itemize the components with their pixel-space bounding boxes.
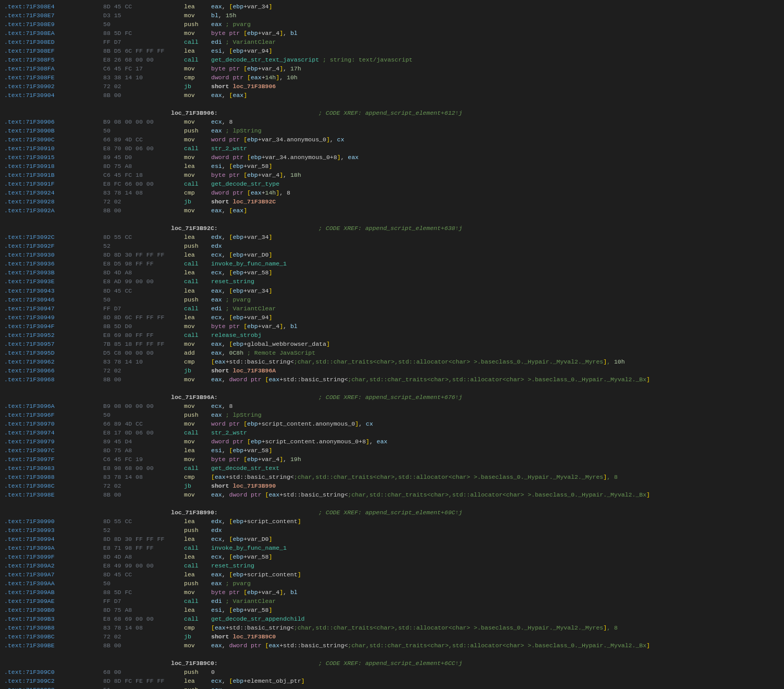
- assembly-line: .text:71F3090272 02jbshort loc_71F3B906: [0, 82, 784, 91]
- assembly-line: .text:71F308FAC6 45 FC 17movbyte ptr [eb…: [0, 64, 784, 73]
- assembly-line: .text:71F309048B 00moveax, [eax]: [0, 91, 784, 100]
- assembly-line: .text:71F3090B50pusheax ; lpString: [0, 126, 784, 135]
- assembly-line: .text:71F3091589 45 D0movdword ptr [ebp+…: [0, 153, 784, 162]
- assembly-line: .text:71F30906B9 08 00 00 00movecx, 8: [0, 117, 784, 126]
- disassembly-view: .text:71F308E48D 45 CCleaeax, [ebp+var_3…: [0, 0, 784, 689]
- assembly-line: .text:71F30952E8 69 80 FF FFcallrelease_…: [0, 331, 784, 340]
- assembly-line: .text:71F30936E8 D5 98 FF FFcallinvoke_b…: [0, 259, 784, 268]
- assembly-line: .text:71F3092F52pushedx: [0, 241, 784, 250]
- assembly-line: .text:71F3095DD5 C8 00 00 00addeax, 0C8h…: [0, 348, 784, 357]
- assembly-line: .text:71F3096F50pusheax ; lpString: [0, 410, 784, 419]
- assembly-line: .text:71F3097C8D 75 A8leaesi, [ebp+var_5…: [0, 446, 784, 455]
- assembly-line: .text:71F3091FE8 FC 66 00 00callget_deco…: [0, 179, 784, 188]
- assembly-line: [0, 650, 784, 659]
- assembly-line: .text:71F308E7D3 15movbl, 15h: [0, 11, 784, 20]
- assembly-line: .text:71F309498D 8D 6C FF FF FFleaecx, […: [0, 313, 784, 322]
- assembly-line: .text:71F3093B8D 4D A8leaecx, [ebp+var_5…: [0, 268, 784, 277]
- assembly-line: .text:71F3098C72 02jbshort loc_71F3B990: [0, 481, 784, 490]
- assembly-line: .text:71F309B08D 75 A8leaesi, [ebp+var_5…: [0, 606, 784, 614]
- code-listing: .text:71F308E48D 45 CCleaeax, [ebp+var_3…: [0, 2, 784, 689]
- assembly-line: .text:71F30974E8 17 0D 06 00callstr_2_ws…: [0, 428, 784, 437]
- assembly-line: .text:71F309B3E8 68 69 00 00callget_deco…: [0, 614, 784, 623]
- assembly-line: .text:71F309B883 78 14 08cmp[eax+std::ba…: [0, 623, 784, 632]
- assembly-line: .text:71F30983E8 98 68 00 00callget_deco…: [0, 464, 784, 473]
- assembly-line: .text:71F3099352pushedx: [0, 526, 784, 535]
- assembly-line: [0, 499, 784, 508]
- assembly-line: .text:71F309188D 75 A8leaesi, [ebp+var_5…: [0, 162, 784, 171]
- assembly-line: .text:71F309C068 00push0: [0, 668, 784, 676]
- assembly-line: .text:71F308F5E8 26 68 00 00callget_deco…: [0, 55, 784, 64]
- assembly-line: .text:71F3091BC6 45 FC 18movbyte ptr [eb…: [0, 171, 784, 179]
- assembly-line: .text:71F308E48D 45 CCleaeax, [ebp+var_3…: [0, 2, 784, 11]
- assembly-line: .text:71F309308D 8D 30 FF FF FFleaecx, […: [0, 250, 784, 259]
- assembly-line: loc_71F3B92C: ; CODE XREF: append_script…: [0, 224, 784, 233]
- assembly-line: .text:71F3093EE8 AD 99 00 00callreset_st…: [0, 277, 784, 286]
- assembly-line: .text:71F3096283 78 14 10cmp[eax+std::ba…: [0, 357, 784, 366]
- assembly-line: .text:71F308EF8B D5 6C FF FF FFleaesi, […: [0, 46, 784, 55]
- assembly-line: .text:71F30910E8 70 0D 06 00callstr_2_ws…: [0, 144, 784, 153]
- assembly-line: .text:71F309A2E8 49 99 00 00callreset_st…: [0, 561, 784, 570]
- assembly-line: loc_71F3B9C0: ; CODE XREF: append_script…: [0, 659, 784, 668]
- assembly-line: .text:71F3090C66 89 4D CCmovword ptr [eb…: [0, 135, 784, 144]
- assembly-line: .text:71F3092483 78 14 08cmpdword ptr [e…: [0, 188, 784, 197]
- assembly-line: loc_71F3B96A: ; CODE XREF: append_script…: [0, 393, 784, 402]
- assembly-line: .text:71F3096AB9 08 00 00 00movecx, 8: [0, 402, 784, 410]
- assembly-line: loc_71F3B990: ; CODE XREF: append_script…: [0, 508, 784, 517]
- assembly-line: .text:71F309948D 8D 30 FF FF FFleaecx, […: [0, 535, 784, 543]
- assembly-line: [0, 384, 784, 393]
- assembly-line: .text:71F3097066 89 4D CCmovword ptr [eb…: [0, 419, 784, 428]
- assembly-line: .text:71F309AB88 5D FCmovbyte ptr [ebp+v…: [0, 588, 784, 597]
- assembly-line: .text:71F309BE8B 00moveax, dword ptr [ea…: [0, 641, 784, 650]
- assembly-line: .text:71F3094650pusheax ; pvarg: [0, 295, 784, 304]
- assembly-line: .text:71F309688B 00moveax, dword ptr [ea…: [0, 375, 784, 384]
- assembly-line: .text:71F3094F8B 5D D0movbyte ptr [ebp+v…: [0, 322, 784, 331]
- assembly-line: .text:71F3096672 02jbshort loc_71F3B96A: [0, 366, 784, 375]
- assembly-line: loc_71F3B906: ; CODE XREF: append_script…: [0, 108, 784, 117]
- assembly-line: .text:71F309C28D 8D FC FE FF FFleaecx, […: [0, 676, 784, 685]
- assembly-line: .text:71F3099AE8 71 98 FF FFcallinvoke_b…: [0, 543, 784, 552]
- assembly-line: .text:71F3097FC6 45 FC 19movbyte ptr [eb…: [0, 455, 784, 464]
- assembly-line: .text:71F308EA88 5D FCmovbyte ptr [ebp+v…: [0, 29, 784, 38]
- assembly-line: .text:71F3098883 78 14 08cmp[eax+std::ba…: [0, 473, 784, 481]
- assembly-line: .text:71F309AEFF D7calledi ; VariantClea…: [0, 597, 784, 606]
- assembly-line: .text:71F3097989 45 D4movdword ptr [ebp+…: [0, 437, 784, 446]
- assembly-line: .text:71F3098E8B 00moveax, dword ptr [ea…: [0, 490, 784, 499]
- assembly-line: .text:71F3092A8B 00moveax, [eax]: [0, 206, 784, 215]
- assembly-line: .text:71F309A78D 45 CCleaeax, [ebp+scrip…: [0, 570, 784, 579]
- assembly-line: .text:71F30947FF D7calledi ; VariantClea…: [0, 304, 784, 313]
- assembly-line: [0, 215, 784, 224]
- assembly-line: .text:71F3092872 02jbshort loc_71F3B92C: [0, 197, 784, 206]
- assembly-line: .text:71F309438D 45 CCleaeax, [ebp+var_3…: [0, 286, 784, 295]
- assembly-line: .text:71F308E950pusheax ; pvarg: [0, 20, 784, 29]
- assembly-line: .text:71F309577B 85 18 FF FF FFmoveax, […: [0, 340, 784, 348]
- assembly-line: .text:71F309AA50pusheax ; pvarg: [0, 579, 784, 588]
- assembly-line: .text:71F3099F8D 4D A8leaecx, [ebp+var_5…: [0, 552, 784, 561]
- assembly-line: .text:71F308FE83 38 14 10cmpdword ptr [e…: [0, 73, 784, 82]
- assembly-line: .text:71F309908D 55 CCleaedx, [ebp+scrip…: [0, 517, 784, 526]
- assembly-line: .text:71F309C851pushecx: [0, 685, 784, 689]
- assembly-line: .text:71F309BC72 02jbshort loc_71F3B9C0: [0, 632, 784, 641]
- assembly-line: .text:71F308EDFF D7calledi ; VariantClea…: [0, 38, 784, 46]
- assembly-line: .text:71F3092C8D 55 CCleaedx, [ebp+var_3…: [0, 233, 784, 241]
- assembly-line: [0, 100, 784, 108]
